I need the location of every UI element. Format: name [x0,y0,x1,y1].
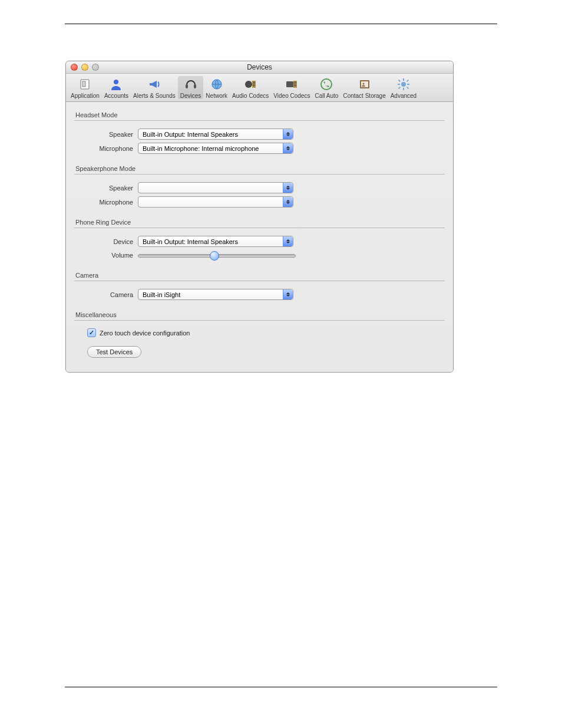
section-camera: Camera [74,269,445,281]
toolbar-tab-accounts[interactable]: Accounts [102,76,131,99]
label-camera: Camera [77,291,138,298]
slider-knob[interactable] [210,251,219,261]
select-value: Built-in iSight [143,291,180,298]
audio-codec-icon [242,77,259,91]
page-bottom-rule [65,687,497,687]
network-icon [209,77,225,91]
label-headset-microphone: Microphone [77,145,138,152]
preferences-window: Devices Application Accounts Alerts & [65,61,454,373]
select-headset-microphone[interactable]: Built-in Microphone: Internal microphone [138,143,293,154]
chevron-updown-icon [283,197,293,207]
svg-rect-24 [407,84,409,85]
toolbar-tab-video-codecs[interactable]: Video Codecs [271,76,312,99]
slider-ring-volume[interactable] [138,250,296,261]
gear-icon [395,77,412,91]
select-headset-speaker[interactable]: Built-in Output: Internal Speakers [138,129,293,140]
label-speakerphone-microphone: Microphone [77,199,138,206]
svg-rect-15 [294,85,296,86]
svg-rect-27 [398,87,401,89]
application-icon [77,77,93,91]
toolbar-label: Audio Codecs [232,93,269,99]
page-top-rule [65,24,497,24]
svg-rect-3 [186,84,188,88]
toolbar-label: Alerts & Sounds [133,93,176,99]
svg-rect-28 [406,80,409,82]
checkbox-label: Zero touch device configuration [100,330,190,337]
window-titlebar: Devices [66,61,453,74]
checkbox-zero-touch[interactable]: ✓ Zero touch device configuration [87,328,190,337]
svg-rect-13 [294,82,296,83]
label-headset-speaker: Speaker [77,131,138,138]
svg-point-16 [321,79,332,90]
select-ring-device[interactable]: Built-in Output: Internal Speakers [138,236,293,247]
section-phone-ring-device: Phone Ring Device [74,216,445,228]
select-value: Built-in Microphone: Internal microphone [143,145,259,152]
call-auto-icon [318,77,335,91]
svg-point-2 [114,80,118,84]
headset-icon [183,77,199,91]
svg-rect-10 [253,85,255,86]
select-speakerphone-speaker[interactable] [138,182,293,193]
toolbar-label: Advanced [391,93,416,99]
section-speakerphone-mode: Speakerphone Mode [74,163,445,174]
toolbar-tab-audio-codecs[interactable]: Audio Codecs [230,76,271,99]
toolbar-tab-application[interactable]: Application [68,76,102,99]
label-ring-volume: Volume [77,252,138,259]
svg-rect-23 [398,84,400,85]
toolbar-tab-contact-storage[interactable]: Contact Storage [340,76,388,99]
chevron-updown-icon [283,236,293,246]
toolbar-tab-devices[interactable]: Devices [178,76,204,99]
checkbox-box: ✓ [87,328,96,337]
label-ring-device: Device [77,238,138,245]
svg-rect-14 [294,84,296,84]
toolbar-tab-call-auto[interactable]: Call Auto [312,76,340,99]
svg-rect-22 [403,88,404,90]
svg-rect-11 [286,81,293,87]
select-value: Built-in Output: Internal Speakers [143,131,238,138]
svg-point-19 [362,83,364,85]
toolbar-tab-network[interactable]: Network [203,76,230,99]
window-title: Devices [66,63,453,71]
label-speakerphone-speaker: Speaker [77,185,138,192]
toolbar-tab-alerts-sounds[interactable]: Alerts & Sounds [131,76,178,99]
toolbar-label: Application [71,93,100,99]
chevron-updown-icon [283,129,293,139]
check-icon: ✓ [89,330,94,336]
svg-rect-21 [403,78,404,81]
toolbar-label: Accounts [104,93,128,99]
section-miscellaneous: Miscellaneous [74,309,445,321]
svg-rect-25 [398,80,401,82]
svg-rect-26 [406,87,409,89]
toolbar-tab-advanced[interactable]: Advanced [388,76,419,99]
button-test-devices[interactable]: Test Devices [87,346,141,358]
svg-rect-1 [82,81,85,87]
content-pane: Headset Mode Speaker Built-in Output: In… [66,102,453,372]
toolbar-label: Devices [180,93,201,99]
svg-rect-8 [253,82,255,83]
megaphone-icon [146,77,163,91]
chevron-updown-icon [283,289,293,299]
toolbar-label: Contact Storage [343,93,385,99]
chevron-updown-icon [283,183,293,193]
svg-rect-4 [194,84,196,88]
video-codec-icon [283,77,300,91]
chevron-updown-icon [283,143,293,153]
select-camera[interactable]: Built-in iSight [138,289,293,300]
select-speakerphone-microphone[interactable] [138,196,293,207]
preferences-toolbar: Application Accounts Alerts & Sounds Dev… [66,74,453,102]
toolbar-label: Network [206,93,227,99]
toolbar-label: Call Auto [315,93,338,99]
select-value: Built-in Output: Internal Speakers [143,238,238,245]
toolbar-label: Video Codecs [273,93,310,99]
user-icon [108,77,124,91]
section-headset-mode: Headset Mode [74,109,445,121]
svg-point-6 [245,81,252,88]
svg-point-20 [401,82,406,87]
contact-storage-icon [356,77,373,91]
svg-rect-9 [253,84,255,84]
